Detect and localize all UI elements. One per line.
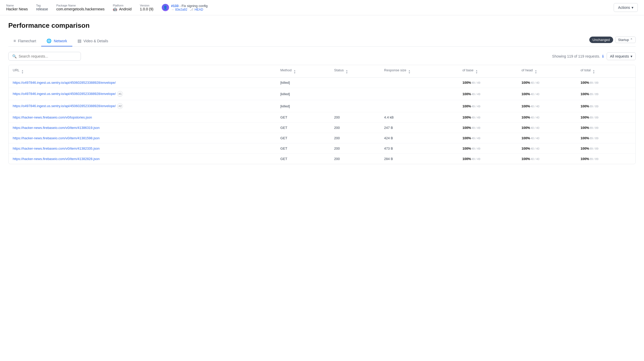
method-sort-icon: ▲▼	[293, 70, 296, 74]
of-total-cell: 100%89 / 89	[576, 143, 635, 154]
url-badge: #2	[117, 103, 123, 109]
of-head-cell: 100%40 / 40	[517, 123, 576, 133]
url-cell: https://hacker-news.firebaseio.com/v0/to…	[9, 112, 276, 123]
tabs: ≡ Flamechart 🌐 Network ▤ Video & Details	[8, 36, 113, 46]
commit-number-link[interactable]: #133	[171, 4, 179, 8]
col-of-base[interactable]: of base ▲▼	[458, 65, 517, 78]
of-base-cell: 100%49 / 49	[458, 88, 517, 100]
of-head-cell: 100%40 / 40	[517, 143, 576, 154]
total-detail: 89 / 89	[590, 105, 598, 108]
tab-network[interactable]: 🌐 Network	[41, 36, 72, 46]
url-sort-icon: ▲▼	[21, 70, 24, 74]
col-url[interactable]: URL ▲▼	[9, 65, 276, 78]
meta-tag: Tag release	[36, 4, 48, 11]
col-status[interactable]: Status ▲▼	[330, 65, 380, 78]
tab-network-label: Network	[54, 39, 67, 43]
url-link[interactable]: https://o497846.ingest.us.sentry.io/api/…	[13, 92, 116, 96]
response-sort-icon: ▲▼	[408, 70, 410, 74]
table-row: https://hacker-news.firebaseio.com/v0/it…	[9, 143, 635, 154]
status-cell: 200	[330, 143, 380, 154]
response-size-cell	[380, 88, 458, 100]
url-link[interactable]: https://hacker-news.firebaseio.com/v0/to…	[13, 115, 92, 119]
total-detail: 89 / 89	[590, 157, 598, 161]
head-detail: 40 / 40	[531, 126, 540, 129]
showing-count: Showing 119 of 119 requests.	[552, 54, 600, 58]
of-head-cell: 100%40 / 40	[517, 78, 576, 88]
total-detail: 89 / 89	[590, 137, 598, 140]
branch-icon: ⎇	[190, 8, 193, 11]
tab-flamechart-label: Flamechart	[18, 39, 36, 43]
actions-button[interactable]: Actions ▾	[614, 3, 638, 12]
head-pct: 100%	[521, 115, 530, 119]
table-row: https://hacker-news.firebaseio.com/v0/it…	[9, 154, 635, 164]
url-link[interactable]: https://hacker-news.firebaseio.com/v0/it…	[13, 157, 100, 161]
response-size-cell	[380, 100, 458, 112]
tab-video-details[interactable]: ▤ Video & Details	[72, 36, 113, 46]
head-detail: 40 / 40	[531, 137, 540, 140]
total-detail: 89 / 89	[590, 93, 598, 96]
col-of-head[interactable]: of head ▲▼	[517, 65, 576, 78]
info-icon[interactable]: ℹ	[602, 54, 604, 58]
commit-branch-link[interactable]: HEAD	[194, 8, 203, 11]
commit-title-msg: Fix signing config	[181, 4, 207, 8]
page-title: Performance comparison	[8, 22, 636, 30]
status-cell: 200	[330, 154, 380, 164]
method-cell: GET	[276, 112, 330, 123]
commit-title-text: -	[179, 4, 181, 8]
all-requests-select[interactable]: All requests ▾	[607, 52, 636, 60]
all-requests-label: All requests	[610, 54, 629, 58]
meta-name: Name Hacker News	[6, 4, 28, 11]
package-label: Package Name	[56, 4, 104, 7]
head-detail: 40 / 40	[531, 157, 540, 161]
response-size-cell: 247 B	[380, 123, 458, 133]
showing-row: Showing 119 of 119 requests. ℹ All reque…	[552, 52, 636, 60]
url-link[interactable]: https://o497846.ingest.us.sentry.io/api/…	[13, 81, 116, 85]
startup-filter-label: Startup	[618, 38, 629, 42]
total-pct: 100%	[580, 115, 589, 119]
meta-package: Package Name com.emergetools.hackernews	[56, 4, 104, 11]
url-link[interactable]: https://hacker-news.firebaseio.com/v0/it…	[13, 126, 100, 130]
search-icon: 🔍	[12, 54, 17, 58]
total-detail: 89 / 89	[590, 147, 598, 150]
network-icon: 🌐	[46, 38, 52, 43]
base-pct: 100%	[463, 157, 471, 161]
tab-video-details-label: Video & Details	[83, 39, 108, 43]
table-row: https://o497846.ingest.us.sentry.io/api/…	[9, 78, 635, 88]
commit-hash-link[interactable]: 83e2a92	[175, 8, 187, 11]
url-link[interactable]: https://hacker-news.firebaseio.com/v0/it…	[13, 147, 100, 150]
startup-filter[interactable]: Startup ⌃	[615, 37, 636, 43]
table-body: https://o497846.ingest.us.sentry.io/api/…	[9, 78, 635, 164]
url-cell: https://hacker-news.firebaseio.com/v0/it…	[9, 154, 276, 164]
of-total-cell: 100%89 / 89	[576, 133, 635, 143]
header-meta: Name Hacker News Tag release Package Nam…	[6, 4, 208, 11]
head-detail: 40 / 40	[531, 81, 540, 84]
url-link[interactable]: https://hacker-news.firebaseio.com/v0/it…	[13, 136, 100, 140]
url-cell: https://hacker-news.firebaseio.com/v0/it…	[9, 133, 276, 143]
tag-label: Tag	[36, 4, 48, 7]
base-pct: 100%	[463, 147, 471, 150]
col-method[interactable]: Method ▲▼	[276, 65, 330, 78]
of-head-cell: 100%40 / 40	[517, 154, 576, 164]
method-cell: GET	[276, 143, 330, 154]
col-response-size[interactable]: Response size ▲▼	[380, 65, 458, 78]
search-input[interactable]	[19, 54, 77, 58]
table-container: URL ▲▼ Method ▲▼ Status ▲▼ Response size…	[8, 65, 636, 164]
method-cell: [killed]	[276, 100, 330, 112]
head-pct: 100%	[521, 136, 530, 140]
platform-label: Platform	[113, 4, 131, 7]
url-link[interactable]: https://o497846.ingest.us.sentry.io/api/…	[13, 104, 116, 108]
unchanged-filter[interactable]: Unchanged	[589, 37, 613, 43]
head-detail: 40 / 40	[531, 93, 540, 96]
total-pct: 100%	[580, 157, 589, 161]
method-cell: [killed]	[276, 78, 330, 88]
main-content: Performance comparison ≡ Flamechart 🌐 Ne…	[0, 15, 644, 170]
head-pct: 100%	[521, 126, 530, 130]
total-detail: 89 / 89	[590, 81, 598, 84]
tab-flamechart[interactable]: ≡ Flamechart	[8, 36, 41, 46]
commit-title: #133 - Fix signing config	[171, 4, 208, 8]
of-head-cell: 100%40 / 40	[517, 133, 576, 143]
meta-version: Version 1.0.0 (9)	[140, 4, 153, 11]
col-of-total[interactable]: of total ▲▼	[576, 65, 635, 78]
search-box: 🔍	[8, 52, 81, 61]
video-icon: ▤	[78, 38, 81, 43]
